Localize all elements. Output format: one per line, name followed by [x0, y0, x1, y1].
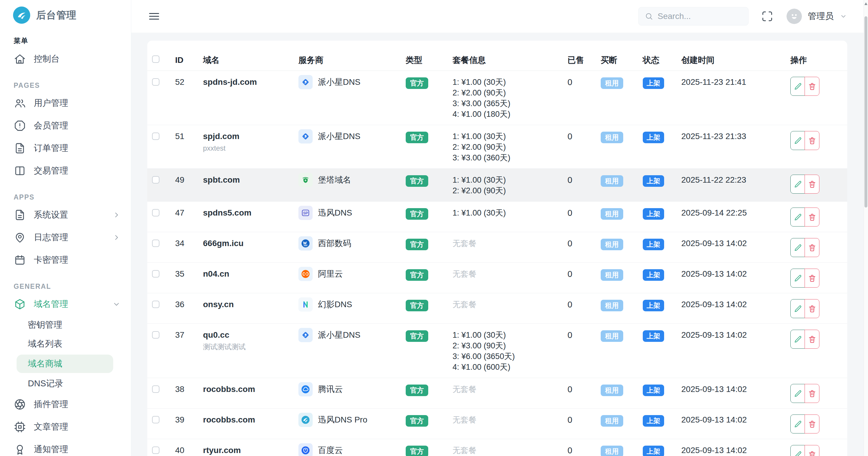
row-checkbox[interactable]: [152, 209, 159, 216]
edit-button[interactable]: [790, 415, 805, 433]
sidebar-item-transactions[interactable]: 交易管理: [0, 159, 131, 182]
app-title: 后台管理: [36, 9, 76, 22]
edit-button[interactable]: [790, 445, 805, 456]
sold-count: 0: [567, 202, 601, 223]
sidebar-item-notifications[interactable]: 通知管理: [0, 438, 131, 456]
delete-button[interactable]: [805, 238, 819, 257]
sidebar-item-users[interactable]: 用户管理: [0, 92, 131, 115]
domain-name: 666gm.icu: [203, 238, 299, 249]
delete-button[interactable]: [805, 131, 819, 150]
row-checkbox[interactable]: [152, 386, 159, 393]
search-input[interactable]: [658, 11, 742, 21]
delete-button[interactable]: [805, 445, 819, 456]
row-checkbox[interactable]: [152, 301, 159, 308]
type-badge: 官方: [406, 132, 428, 143]
row-checkbox[interactable]: [152, 176, 159, 184]
xunfengpro-icon: [299, 413, 313, 427]
app-logo[interactable]: 后台管理: [0, 0, 131, 24]
pencil-icon: [794, 389, 802, 398]
sidebar-item-system-settings[interactable]: 系统设置: [0, 204, 131, 226]
delete-button[interactable]: [805, 299, 819, 318]
scrollbar-thumb[interactable]: [864, 16, 867, 208]
delete-button[interactable]: [805, 384, 819, 403]
sidebar-item-dashboard[interactable]: 控制台: [0, 48, 131, 70]
menu-toggle-button[interactable]: [147, 9, 161, 23]
package-line: 2: ¥2.00 (90天): [453, 185, 567, 196]
row-actions: [790, 238, 819, 257]
pencil-icon: [794, 82, 802, 91]
package-line: 1: ¥1.00 (30天): [453, 77, 567, 88]
row-checkbox[interactable]: [152, 416, 159, 423]
chevron-down-icon: [840, 12, 847, 20]
type-badge: 官方: [406, 208, 428, 220]
row-checkbox[interactable]: [152, 331, 159, 339]
delete-button[interactable]: [805, 77, 819, 96]
domain-table-card: ID 域名 服务商 类型 套餐信息 已售 买断 状态 创建时间 操作 52 sp…: [147, 41, 847, 456]
delete-button[interactable]: [805, 415, 819, 433]
sidebar-item-card-keys[interactable]: 卡密管理: [0, 249, 131, 271]
edit-button[interactable]: [790, 131, 805, 150]
sidebar-item-members[interactable]: 会员管理: [0, 115, 131, 137]
row-checkbox[interactable]: [152, 240, 159, 247]
status-badge: 上架: [643, 132, 664, 143]
sidebar-subitem-domain-mall[interactable]: 域名商城: [17, 355, 113, 373]
provider-name: 迅风DNS: [318, 208, 352, 218]
scroll-up-arrow[interactable]: [864, 2, 867, 5]
edit-button[interactable]: [790, 175, 805, 193]
row-checkbox[interactable]: [152, 447, 159, 454]
delete-button[interactable]: [805, 208, 819, 226]
package-info: 无套餐: [453, 439, 567, 456]
row-checkbox[interactable]: [152, 132, 159, 140]
fullscreen-button[interactable]: [761, 10, 773, 23]
tencent-icon: [299, 382, 313, 396]
edit-button[interactable]: [790, 330, 805, 349]
sidebar-item-logs[interactable]: 日志管理: [0, 226, 131, 249]
select-all-checkbox[interactable]: [152, 56, 159, 63]
sidebar-item-plugins[interactable]: 插件管理: [0, 393, 131, 416]
package-icon: [13, 298, 26, 310]
buyout-badge: 租用: [601, 78, 623, 89]
baota-icon: [299, 173, 313, 187]
vertical-scrollbar[interactable]: [864, 0, 868, 456]
edit-button[interactable]: [790, 77, 805, 96]
huanying-icon: [299, 297, 313, 312]
edit-button[interactable]: [790, 299, 805, 318]
row-checkbox[interactable]: [152, 270, 159, 277]
package-info: 无套餐: [453, 408, 567, 430]
provider-name: 迅风DNS Pro: [318, 415, 367, 425]
delete-button[interactable]: [805, 330, 819, 349]
trash-icon: [808, 213, 816, 221]
edit-button[interactable]: [790, 238, 805, 257]
row-actions: [790, 77, 819, 96]
edit-button[interactable]: [790, 208, 805, 226]
sidebar-item-label: 文章管理: [34, 421, 121, 433]
delete-button[interactable]: [805, 269, 819, 287]
sidebar-item-domain-management[interactable]: 域名管理: [0, 293, 131, 315]
pencil-icon: [794, 304, 802, 313]
sidebar-subitem-dns-records[interactable]: DNS记录: [0, 374, 131, 393]
package-line: 2: ¥2.00 (90天): [453, 88, 567, 98]
row-actions: [790, 330, 819, 349]
edit-button[interactable]: [790, 384, 805, 403]
pencil-icon: [794, 274, 802, 282]
sidebar-subitem-domain-list[interactable]: 域名列表: [0, 334, 131, 354]
file-icon: [13, 209, 26, 221]
sidebar-nav: 菜单 控制台 PAGES 用户管理 会员管理 订单管理 交易管理 APPS 系统…: [0, 36, 131, 456]
sidebar-item-articles[interactable]: 文章管理: [0, 416, 131, 438]
user-menu[interactable]: 管理员: [786, 9, 847, 24]
provider-name: 西部数码: [318, 238, 351, 249]
pencil-icon: [794, 180, 802, 188]
row-actions: [790, 208, 819, 226]
sidebar-item-label: 密钥管理: [28, 319, 62, 331]
row-checkbox[interactable]: [152, 78, 159, 86]
sidebar-item-orders[interactable]: 订单管理: [0, 137, 131, 159]
edit-button[interactable]: [790, 269, 805, 287]
package-line: 4: ¥1.00 (600天): [453, 362, 567, 372]
sidebar-item-label: DNS记录: [28, 378, 63, 390]
buyout-badge: 租用: [601, 385, 623, 396]
provider-name: 派小星DNS: [318, 330, 360, 340]
delete-button[interactable]: [805, 175, 819, 193]
search-box[interactable]: [638, 7, 749, 26]
sidebar-subitem-key-management[interactable]: 密钥管理: [0, 315, 131, 334]
file-text-icon: [13, 142, 26, 154]
